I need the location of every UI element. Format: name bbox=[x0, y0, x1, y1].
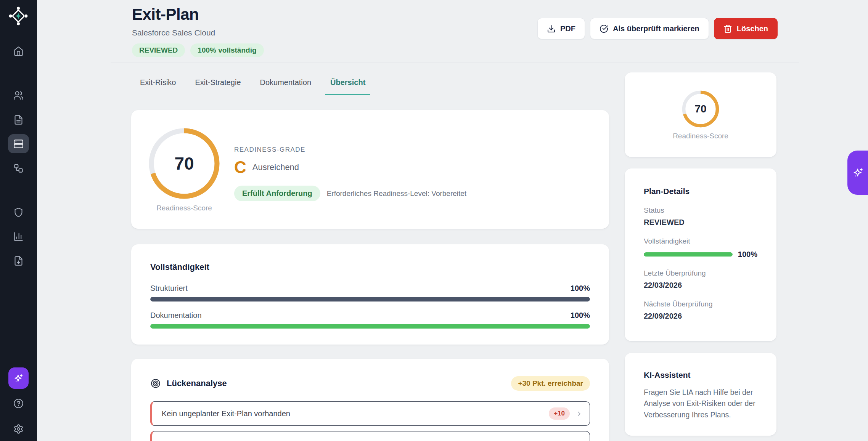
ai-assistant-fab[interactable] bbox=[847, 151, 868, 195]
bar-chart-icon bbox=[13, 231, 24, 242]
next-review-label: Nächste Überprüfung bbox=[644, 300, 757, 308]
gap-item[interactable] bbox=[150, 431, 590, 441]
completeness-title: Vollständigkeit bbox=[150, 262, 590, 272]
sidebar-item-help[interactable] bbox=[10, 395, 27, 412]
chevron-right-icon bbox=[575, 410, 583, 417]
required-level-text: Erforderliches Readiness-Level: Vorberei… bbox=[327, 189, 466, 198]
progress-bar-strukturiert bbox=[150, 297, 590, 301]
gap-item[interactable]: Kein ungeplanter Exit-Plan vorhanden +10 bbox=[150, 401, 590, 426]
tab-exit-risiko[interactable]: Exit-Risiko bbox=[135, 78, 181, 95]
readiness-grade-heading: READINESS-GRADE bbox=[234, 146, 466, 154]
sidebar-item-home[interactable] bbox=[10, 43, 27, 59]
aside-readiness-score-value: 70 bbox=[681, 89, 720, 129]
completeness-label: Vollständigkeit bbox=[644, 237, 757, 245]
readiness-grade-letter: C bbox=[234, 159, 246, 176]
tab-bar: Exit-Risiko Exit-Strategie Dokumentation… bbox=[131, 78, 609, 95]
target-icon bbox=[150, 378, 161, 389]
gap-item-points-badge: +10 bbox=[549, 407, 570, 420]
tab-uebersicht[interactable]: Übersicht bbox=[325, 78, 370, 95]
sidebar-ai-assistant-button[interactable] bbox=[8, 367, 29, 389]
pdf-button[interactable]: PDF bbox=[537, 18, 585, 39]
aside-readiness-score-label: Readiness-Score bbox=[673, 132, 728, 140]
plan-details-title: Plan-Details bbox=[644, 187, 757, 196]
gap-analysis-card: Lückenanalyse +30 Pkt. erreichbar Kein u… bbox=[131, 359, 609, 441]
sidebar-item-users[interactable] bbox=[10, 87, 27, 104]
sparkles-icon bbox=[852, 167, 864, 178]
last-review-label: Letzte Überprüfung bbox=[644, 269, 757, 277]
plan-completeness-bar bbox=[644, 252, 733, 257]
progress-row-strukturiert: Strukturiert 100% bbox=[150, 284, 590, 301]
plan-completeness-value: 100% bbox=[738, 250, 757, 259]
plan-details-card: Plan-Details Status REVIEWED Vollständig… bbox=[625, 168, 776, 341]
file-text-icon bbox=[13, 115, 24, 125]
main-area: Exit-Plan Salesforce Sales Cloud REVIEWE… bbox=[37, 0, 868, 441]
gap-analysis-title: Lückenanalyse bbox=[167, 378, 227, 388]
readiness-card: 70 Readiness-Score READINESS-GRADE C Aus… bbox=[131, 110, 609, 229]
status-value: REVIEWED bbox=[644, 218, 757, 227]
readiness-gauge: 70 bbox=[147, 126, 222, 201]
progress-bar-dokumentation bbox=[150, 324, 590, 329]
completeness-badge: 100% vollständig bbox=[190, 43, 264, 57]
next-review-value: 22/09/2026 bbox=[644, 312, 757, 321]
readiness-grade-text: Ausreichend bbox=[252, 162, 299, 172]
completeness-card: Vollständigkeit Strukturiert 100% Dokume… bbox=[131, 244, 609, 345]
download-icon bbox=[547, 24, 556, 33]
home-icon bbox=[13, 46, 24, 56]
settings-icon bbox=[13, 424, 24, 434]
app-logo[interactable] bbox=[8, 5, 29, 27]
shield-icon bbox=[13, 207, 24, 218]
last-review-value: 22/03/2026 bbox=[644, 281, 757, 290]
sidebar-item-settings[interactable] bbox=[10, 420, 27, 437]
sidebar bbox=[0, 0, 37, 441]
sidebar-item-analytics[interactable] bbox=[10, 228, 27, 245]
tab-dokumentation[interactable]: Dokumentation bbox=[255, 78, 317, 95]
file-download-icon bbox=[13, 256, 24, 266]
sidebar-item-workflow[interactable] bbox=[10, 160, 27, 176]
users-icon bbox=[13, 90, 24, 101]
status-badge: REVIEWED bbox=[132, 43, 185, 57]
tab-exit-strategie[interactable]: Exit-Strategie bbox=[190, 78, 246, 95]
help-circle-icon bbox=[13, 398, 24, 409]
page-title: Exit-Plan bbox=[132, 5, 264, 24]
mark-reviewed-button[interactable]: Als überprüft markieren bbox=[590, 18, 709, 39]
progress-row-dokumentation: Dokumentation 100% bbox=[150, 311, 590, 329]
sidebar-item-systems[interactable] bbox=[8, 134, 29, 153]
sidebar-item-exports[interactable] bbox=[10, 252, 27, 269]
points-available-badge: +30 Pkt. erreichbar bbox=[511, 376, 590, 391]
trash-icon bbox=[723, 24, 732, 33]
ai-assistant-title: KI-Assistent bbox=[644, 370, 757, 380]
sidebar-item-security[interactable] bbox=[10, 204, 27, 221]
page-header: Exit-Plan Salesforce Sales Cloud REVIEWE… bbox=[111, 0, 799, 63]
readiness-score-label: Readiness-Score bbox=[147, 204, 222, 212]
server-icon bbox=[13, 139, 24, 149]
check-circle-icon bbox=[600, 24, 608, 33]
aside-score-card: 70 Readiness-Score bbox=[625, 72, 776, 157]
page-subtitle: Salesforce Sales Cloud bbox=[132, 28, 264, 37]
aside-readiness-gauge: 70 bbox=[681, 89, 720, 129]
ai-assistant-card: KI-Assistent Fragen Sie LIA nach Hilfe b… bbox=[625, 353, 776, 436]
workflow-icon bbox=[13, 163, 24, 173]
status-label: Status bbox=[644, 206, 757, 215]
ai-assistant-description: Fragen Sie LIA nach Hilfe bei der Analys… bbox=[644, 387, 757, 420]
delete-button[interactable]: Löschen bbox=[714, 18, 778, 39]
readiness-score-value: 70 bbox=[147, 126, 222, 201]
requirement-met-badge: Erfüllt Anforderung bbox=[234, 186, 320, 201]
sparkles-icon bbox=[13, 373, 24, 383]
sidebar-item-documents[interactable] bbox=[10, 111, 27, 128]
